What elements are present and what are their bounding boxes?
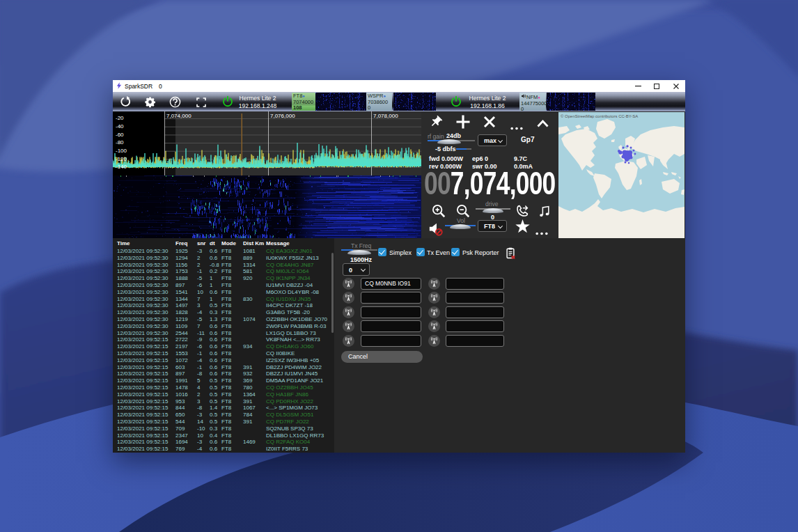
svg-text:© OpenStreetMap contributors C: © OpenStreetMap contributors CC-BY-SA bbox=[561, 114, 638, 118]
